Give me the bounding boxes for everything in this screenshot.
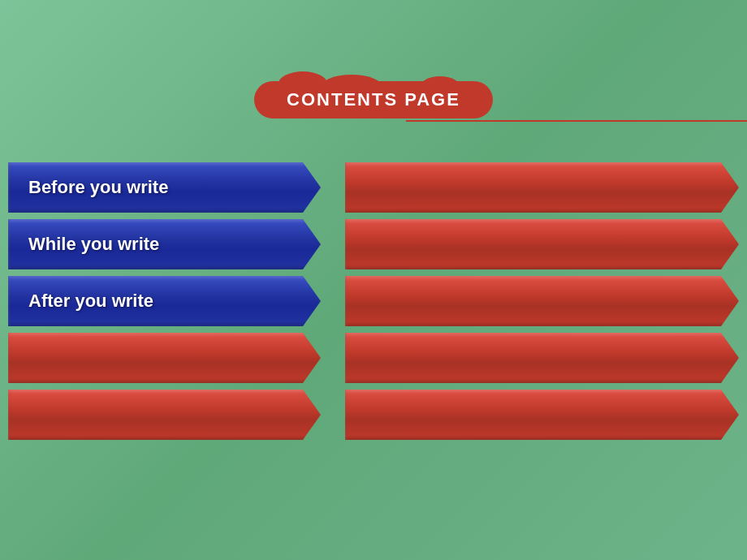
left-arrow-row5-left[interactable] [8,390,321,440]
right-arrow-bg-row2-right [345,219,739,269]
left-arrow-label-before-you-write: Before you write [24,177,168,198]
left-arrow-bg-row4-left [8,333,321,383]
right-arrow-row3-right[interactable] [345,276,739,326]
right-arrow-row2-right[interactable] [345,219,739,269]
page-title: CONTENTS PAGE [287,89,460,110]
title-area: CONTENTS PAGE [0,81,747,118]
left-arrow-label-after-you-write: After you write [24,291,153,312]
left-arrow-bg-row5-left [8,390,321,440]
right-arrow-bg-row1-right [345,162,739,213]
right-arrow-bg-row5-right [345,390,739,440]
title-divider-line [406,120,747,122]
left-arrow-while-you-write[interactable]: While you write [8,219,321,269]
right-arrow-bg-row3-right [345,276,739,326]
title-cloud: CONTENTS PAGE [254,81,493,118]
right-arrow-bg-row4-right [345,333,739,383]
left-arrow-before-you-write[interactable]: Before you write [8,162,321,213]
left-column: Before you writeWhile you writeAfter you… [8,162,321,440]
right-arrow-row1-right[interactable] [345,162,739,213]
left-arrow-after-you-write[interactable]: After you write [8,276,321,326]
arrows-container: Before you writeWhile you writeAfter you… [0,162,747,440]
right-column [345,162,739,440]
right-arrow-row4-right[interactable] [345,333,739,383]
left-arrow-label-while-you-write: While you write [24,234,159,255]
left-arrow-row4-left[interactable] [8,333,321,383]
right-arrow-row5-right[interactable] [345,390,739,440]
